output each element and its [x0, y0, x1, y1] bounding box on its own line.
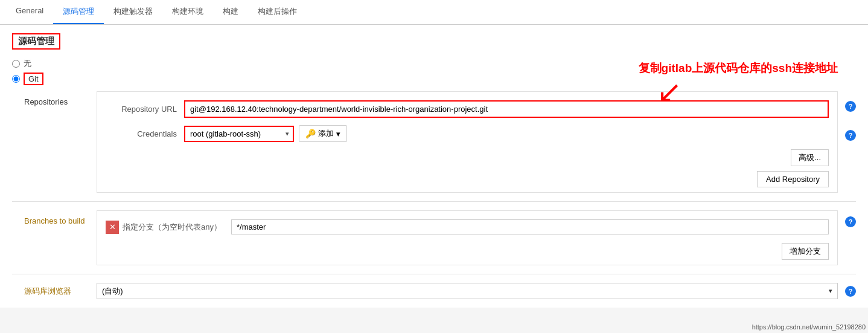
add-branch-button[interactable]: 增加分支	[782, 243, 829, 260]
tab-general[interactable]: General	[6, 0, 53, 24]
branch-input[interactable]	[231, 219, 829, 234]
browser-help-icon[interactable]: ?	[845, 286, 856, 297]
branches-help-group: ?	[838, 210, 856, 227]
tab-source[interactable]: 源码管理	[53, 0, 104, 24]
repo-url-input[interactable]	[184, 100, 829, 118]
browser-row: 源码库浏览器 (自动) ▾ ?	[24, 283, 856, 299]
section-title: 源码管理	[12, 33, 60, 50]
tab-bar: General 源码管理 构建触发器 构建环境 构建 构建后操作	[0, 0, 868, 25]
credentials-label: Credentials	[106, 129, 184, 138]
credentials-row: Credentials root (gitlab-root-ssh) ▾ 🔑	[106, 125, 829, 142]
repo-url-row: Repository URL	[106, 100, 829, 118]
add-credentials-button[interactable]: 🔑 添加 ▾	[299, 125, 347, 142]
branch-field-label: 指定分支（为空时代表any）	[123, 222, 231, 233]
credentials-select-wrap: root (gitlab-root-ssh) ▾	[184, 126, 294, 142]
main-content: 源码管理 无 Git Repositories Repository UR	[0, 25, 868, 308]
repositories-label: Repositories	[24, 97, 68, 106]
credentials-control: root (gitlab-root-ssh) ▾ 🔑 添加 ▾	[184, 125, 829, 142]
branches-label: Branches to build	[24, 216, 85, 225]
radio-none[interactable]: 无	[12, 58, 856, 69]
tab-env[interactable]: 构建环境	[162, 0, 213, 24]
browser-chevron-icon: ▾	[824, 285, 837, 297]
radio-none-label: 无	[24, 58, 31, 69]
repo-url-control	[184, 100, 829, 118]
radio-git[interactable]: Git	[12, 73, 856, 85]
credentials-chevron-icon: ▾	[282, 128, 293, 140]
radio-none-input[interactable]	[12, 60, 20, 68]
add-repository-button[interactable]: Add Repository	[757, 171, 829, 187]
key-icon: 🔑	[305, 129, 316, 138]
scm-radio-group: 无 Git	[12, 58, 856, 85]
branches-help-icon[interactable]: ?	[845, 216, 856, 227]
remove-branch-button[interactable]: ✕	[106, 221, 119, 234]
browser-help-group: ?	[838, 286, 856, 297]
browser-select-wrap: (自动) ▾	[97, 283, 838, 299]
repo-url-help-icon[interactable]: ?	[845, 101, 856, 112]
tab-post[interactable]: 构建后操作	[248, 0, 307, 24]
credentials-help-icon[interactable]: ?	[845, 130, 856, 141]
branch-input-row: ✕ 指定分支（为空时代表any）	[106, 219, 829, 234]
radio-git-label: Git	[24, 73, 43, 85]
tab-build[interactable]: 构建	[213, 0, 248, 24]
browser-select[interactable]: (自动)	[97, 283, 824, 299]
add-branch-row: 增加分支	[106, 241, 829, 260]
add-credentials-label: 添加	[318, 128, 334, 139]
repo-buttons: 高级... Add Repository	[106, 149, 829, 187]
radio-git-input[interactable]	[12, 75, 20, 83]
divider1	[12, 201, 856, 202]
tab-triggers[interactable]: 构建触发器	[104, 0, 162, 24]
divider2	[12, 274, 856, 274]
credentials-select[interactable]: root (gitlab-root-ssh)	[185, 127, 282, 141]
add-credentials-arrow-icon: ▾	[336, 129, 340, 138]
browser-label: 源码库浏览器	[24, 286, 71, 296]
advanced-button[interactable]: 高级...	[791, 149, 829, 166]
repos-help-group: ? ?	[838, 91, 856, 141]
repo-url-label: Repository URL	[106, 105, 184, 114]
